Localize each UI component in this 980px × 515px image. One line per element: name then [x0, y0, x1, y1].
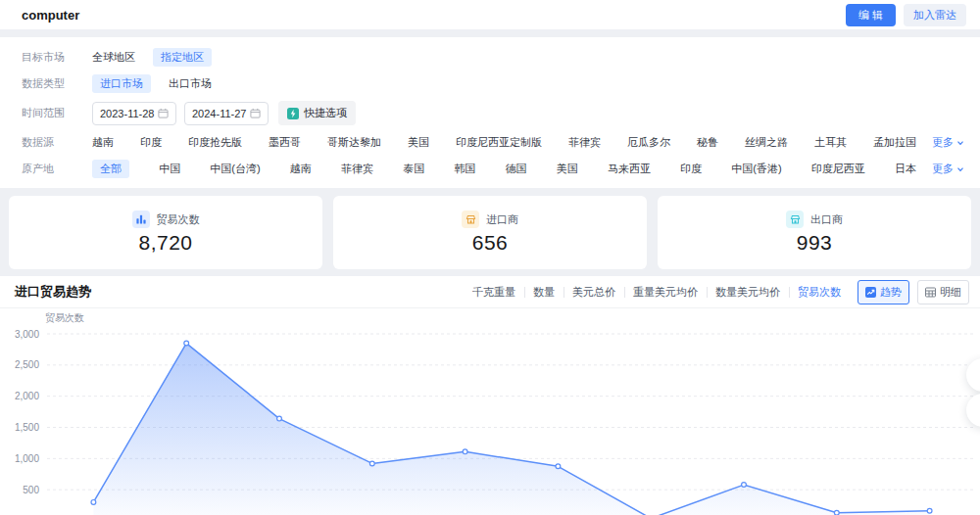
- filter-option[interactable]: 印度抢先版: [188, 133, 242, 152]
- filter-option[interactable]: 马来西亚: [608, 160, 651, 178]
- metric-option[interactable]: 数量: [524, 285, 564, 300]
- filter-option[interactable]: 美国: [557, 160, 578, 178]
- metric-option[interactable]: 重量美元均价: [624, 285, 707, 300]
- page: computer 编 辑 加入雷达 目标市场 全球地区指定地区 数据类型 进口市…: [0, 0, 980, 515]
- filter-row-time-range: 时间范围 2023-11-28 2024-11-27 快捷选项: [0, 97, 980, 129]
- svg-text:贸易次数: 贸易次数: [45, 312, 84, 323]
- origin-options: 全部中国中国(台湾)越南菲律宾泰国韩国德国美国马来西亚印度中国(香港)印度尼西亚…: [92, 160, 916, 178]
- start-date-input[interactable]: 2023-11-28: [92, 102, 176, 125]
- stat-value: 993: [797, 231, 833, 255]
- exporter-shop-icon: [786, 211, 804, 228]
- exporter-count-card: 出口商 993: [658, 196, 971, 269]
- data-source-options: 越南印度印度抢先版墨西哥哥斯达黎加美国印度尼西亚定制版菲律宾厄瓜多尔秘鲁丝绸之路…: [92, 133, 916, 152]
- filter-option[interactable]: 全球地区: [92, 48, 135, 67]
- filter-label: 目标市场: [22, 50, 80, 65]
- trend-chart-svg: 贸易次数05001,0001,5002,0002,5003,0002023-11…: [0, 308, 980, 515]
- filter-row-target-market: 目标市场 全球地区指定地区: [0, 44, 980, 70]
- filter-option[interactable]: 进口市场: [92, 74, 151, 93]
- filter-option[interactable]: 越南: [92, 133, 114, 152]
- filter-label: 数据源: [22, 135, 80, 150]
- filter-option[interactable]: 印度: [140, 133, 162, 152]
- end-date-input[interactable]: 2024-11-27: [184, 102, 269, 125]
- filter-panel: 目标市场 全球地区指定地区 数据类型 进口市场出口市场 时间范围 2023-11…: [0, 37, 980, 188]
- filter-option[interactable]: 中国(台湾): [210, 160, 260, 178]
- quick-options-label: 快捷选项: [304, 106, 347, 120]
- topbar: computer 编 辑 加入雷达: [0, 0, 980, 29]
- stat-label: 进口商: [486, 212, 518, 227]
- calendar-icon: [158, 108, 169, 118]
- trade-count-card: 贸易次数 8,720: [9, 196, 322, 269]
- calendar-icon: [250, 108, 261, 118]
- filter-label: 原产地: [22, 162, 80, 176]
- svg-text:1,500: 1,500: [15, 422, 39, 433]
- start-date-value: 2023-11-28: [100, 108, 154, 119]
- filter-option[interactable]: 中国: [159, 160, 180, 178]
- filter-label: 时间范围: [22, 106, 80, 120]
- filter-option[interactable]: 秘鲁: [697, 133, 718, 152]
- filter-label: 数据类型: [22, 76, 80, 91]
- metric-option[interactable]: 贸易次数: [789, 285, 850, 300]
- filter-option[interactable]: 越南: [290, 160, 312, 178]
- chart-controls: 千克重量数量美元总价重量美元均价数量美元均价贸易次数 趋势 明细: [464, 280, 969, 304]
- stat-label: 出口商: [810, 212, 843, 227]
- chevron-down-icon: [956, 165, 964, 173]
- trend-icon: [865, 287, 876, 298]
- importer-shop-icon: [462, 211, 479, 228]
- trend-chart[interactable]: 贸易次数05001,0001,5002,0002,5003,0002023-11…: [0, 308, 980, 515]
- data-type-options: 进口市场出口市场: [92, 74, 212, 93]
- trend-view-button[interactable]: 趋势: [858, 280, 909, 304]
- filter-row-origin: 原产地 全部中国中国(台湾)越南菲律宾泰国韩国德国美国马来西亚印度中国(香港)印…: [0, 156, 980, 182]
- page-title: computer: [22, 8, 79, 23]
- detail-view-button[interactable]: 明细: [917, 280, 969, 304]
- filter-option[interactable]: 印度尼西亚: [811, 160, 865, 178]
- filter-row-data-type: 数据类型 进口市场出口市场: [0, 70, 980, 97]
- svg-text:2,500: 2,500: [15, 359, 39, 370]
- importer-count-card: 进口商 656: [333, 196, 647, 269]
- filter-option[interactable]: 孟加拉国: [873, 133, 916, 152]
- topbar-actions: 编 辑 加入雷达: [846, 4, 966, 26]
- filter-option[interactable]: 中国(香港): [731, 160, 781, 178]
- svg-text:2,000: 2,000: [15, 391, 39, 401]
- origin-more-link[interactable]: 更多: [932, 162, 964, 176]
- data-source-more-link[interactable]: 更多: [932, 135, 964, 150]
- edit-button[interactable]: 编 辑: [846, 4, 896, 26]
- add-radar-button[interactable]: 加入雷达: [904, 4, 966, 26]
- svg-text:3,000: 3,000: [15, 329, 39, 340]
- chart-header: 进口贸易趋势 千克重量数量美元总价重量美元均价数量美元均价贸易次数 趋势 明细: [0, 276, 980, 308]
- stat-value: 8,720: [138, 231, 192, 255]
- filter-row-data-source: 数据源 越南印度印度抢先版墨西哥哥斯达黎加美国印度尼西亚定制版菲律宾厄瓜多尔秘鲁…: [0, 129, 980, 156]
- filter-option[interactable]: 印度尼西亚定制版: [456, 133, 542, 152]
- filter-option[interactable]: 全部: [92, 160, 129, 178]
- target-market-options: 全球地区指定地区: [92, 48, 212, 67]
- stat-value: 656: [472, 231, 509, 255]
- filter-option[interactable]: 菲律宾: [568, 133, 601, 152]
- metric-option[interactable]: 数量美元均价: [707, 285, 789, 300]
- filter-option[interactable]: 日本: [895, 160, 916, 178]
- metric-option[interactable]: 千克重量: [464, 285, 524, 300]
- filter-option[interactable]: 菲律宾: [341, 160, 373, 178]
- stat-cards: 贸易次数 8,720 进口商 656 出口商 993: [9, 196, 971, 269]
- filter-option[interactable]: 韩国: [454, 160, 475, 178]
- filter-option[interactable]: 德国: [506, 160, 527, 178]
- table-icon: [925, 287, 936, 298]
- trend-chart-panel: 进口贸易趋势 千克重量数量美元总价重量美元均价数量美元均价贸易次数 趋势 明细 …: [0, 276, 980, 515]
- filter-option[interactable]: 厄瓜多尔: [627, 133, 670, 152]
- chart-section-title: 进口贸易趋势: [15, 283, 91, 301]
- stat-label: 贸易次数: [157, 212, 200, 227]
- filter-option[interactable]: 丝绸之路: [745, 133, 788, 152]
- quick-options-icon: [287, 108, 299, 119]
- filter-option[interactable]: 美国: [408, 133, 429, 152]
- svg-text:1,000: 1,000: [15, 453, 39, 464]
- filter-option[interactable]: 印度: [680, 160, 702, 178]
- filter-option[interactable]: 出口市场: [169, 74, 212, 93]
- metric-toggle: 千克重量数量美元总价重量美元均价数量美元均价贸易次数: [464, 285, 850, 300]
- bar-chart-icon: [132, 211, 150, 228]
- quick-options-button[interactable]: 快捷选项: [278, 101, 356, 125]
- filter-option[interactable]: 泰国: [403, 160, 424, 178]
- metric-option[interactable]: 美元总价: [564, 285, 624, 300]
- filter-option[interactable]: 墨西哥: [269, 133, 301, 152]
- chevron-down-icon: [956, 139, 964, 147]
- filter-option[interactable]: 指定地区: [153, 48, 212, 67]
- filter-option[interactable]: 土耳其: [814, 133, 847, 152]
- filter-option[interactable]: 哥斯达黎加: [327, 133, 381, 152]
